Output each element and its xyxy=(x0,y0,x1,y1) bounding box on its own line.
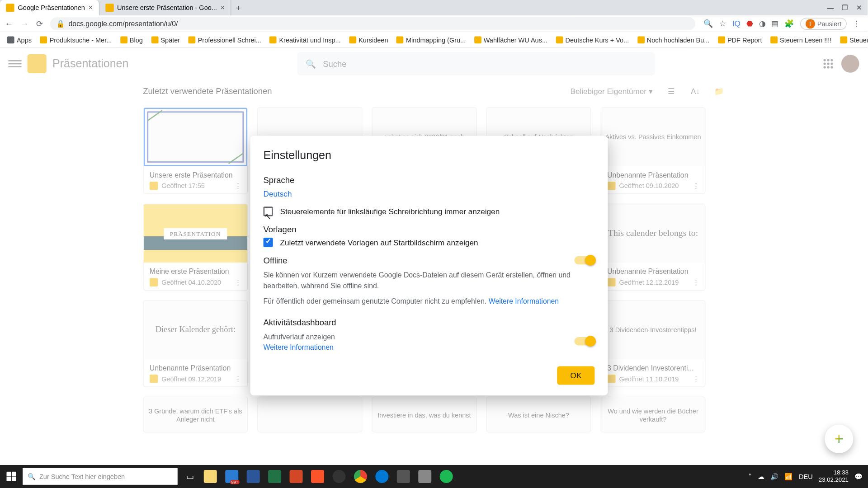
taskbar-app-generic[interactable] xyxy=(393,468,414,486)
extensions-icon[interactable]: 🧩 xyxy=(784,19,794,28)
tray-chevron-icon[interactable]: ˄ xyxy=(748,473,752,480)
apps-icon xyxy=(7,36,14,43)
avatar-icon: T xyxy=(805,19,815,28)
language-link[interactable]: Deutsch xyxy=(264,189,292,198)
pause-label: Pausiert xyxy=(817,20,841,27)
folder-icon xyxy=(189,36,196,43)
extension-icon[interactable]: ◑ xyxy=(759,19,765,28)
bookmark-item[interactable]: Deutsche Kurs + Vo... xyxy=(552,36,633,43)
folder-icon xyxy=(349,36,356,43)
folder-icon xyxy=(120,36,127,43)
folder-icon xyxy=(151,36,158,43)
tab-title: Google Präsentationen xyxy=(18,4,85,11)
folder-icon xyxy=(40,36,47,43)
search-icon: 🔍 xyxy=(28,473,36,480)
bookmark-item[interactable]: Mindmapping (Gru... xyxy=(393,36,469,43)
taskbar-app-generic[interactable] xyxy=(415,468,435,486)
dashboard-section-label: Aktivitätsdashboard xyxy=(264,317,595,327)
offline-toggle[interactable] xyxy=(575,256,595,264)
close-icon[interactable]: × xyxy=(221,4,225,12)
bookmark-item[interactable]: Wahlfächer WU Aus... xyxy=(471,36,551,43)
star-icon[interactable]: ☆ xyxy=(719,19,726,28)
dialog-title: Einstellungen xyxy=(264,149,595,162)
back-icon[interactable]: ← xyxy=(4,19,14,28)
url-input[interactable]: 🔒 docs.google.com/presentation/u/0/ xyxy=(50,17,695,30)
tray-language[interactable]: DEU xyxy=(799,473,813,480)
favicon-icon xyxy=(105,4,113,12)
ok-button[interactable]: OK xyxy=(557,366,595,385)
profile-chip[interactable]: T Pausiert xyxy=(800,18,847,29)
taskbar-app-word[interactable] xyxy=(243,468,264,486)
tray-volume-icon[interactable]: 🔊 xyxy=(770,473,778,480)
tray-notifications-icon[interactable]: 💬 xyxy=(854,473,863,480)
language-section-label: Sprache xyxy=(264,175,595,184)
dashboard-toggle[interactable] xyxy=(575,337,595,345)
offline-section-label: Offline xyxy=(264,255,288,265)
forward-icon[interactable]: → xyxy=(19,19,30,28)
bookmark-item[interactable]: Steuern Lesen !!!! xyxy=(767,36,835,43)
browser-address-bar: ← → ⟳ 🔒 docs.google.com/presentation/u/0… xyxy=(0,15,868,32)
url-text: docs.google.com/presentation/u/0/ xyxy=(69,19,178,28)
folder-icon xyxy=(269,36,277,43)
settings-dialog: Einstellungen Sprache Deutsch Steuerelem… xyxy=(250,136,608,396)
templates-checkbox-label: Zuletzt verwendete Vorlagen auf Startbil… xyxy=(280,238,478,247)
folder-icon xyxy=(718,36,725,43)
maximize-icon[interactable]: ❐ xyxy=(842,4,848,12)
new-tab-button[interactable]: + xyxy=(231,0,246,15)
window-controls: — ❐ ✕ xyxy=(821,4,868,12)
lock-icon: 🔒 xyxy=(56,19,65,28)
more-info-link[interactable]: Weitere Informationen xyxy=(489,297,559,305)
taskbar-app-obs[interactable] xyxy=(329,468,349,486)
offline-description: Sie können vor Kurzem verwendete Google … xyxy=(264,270,595,291)
bookmark-item[interactable]: Noch hochladen Bu... xyxy=(634,36,713,43)
browser-tab[interactable]: Unsere erste Präsentation - Goo... × xyxy=(99,0,231,15)
new-presentation-fab[interactable]: + xyxy=(825,425,853,453)
taskbar-app-powerpoint[interactable] xyxy=(286,468,307,486)
taskbar-search-input[interactable]: 🔍 Zur Suche Text hier eingeben xyxy=(23,468,178,485)
browser-tab-bar: Google Präsentationen × Unsere erste Prä… xyxy=(0,0,868,15)
zoom-icon[interactable]: 🔍 xyxy=(703,19,713,28)
menu-icon[interactable]: ⋮ xyxy=(853,19,860,28)
folder-icon xyxy=(637,36,645,43)
bookmark-item[interactable]: Kursideen xyxy=(345,36,392,43)
bookmark-item[interactable]: Professionell Schrei... xyxy=(185,36,265,43)
taskbar-app-mail[interactable]: 99+ xyxy=(222,468,242,486)
tray-clock[interactable]: 18:33 23.02.2021 xyxy=(819,469,849,484)
folder-icon xyxy=(396,36,404,43)
extension-icon[interactable]: ⬣ xyxy=(746,19,753,28)
plus-icon: + xyxy=(835,430,844,448)
templates-checkbox[interactable] xyxy=(264,238,273,247)
bookmarks-bar: Apps Produktsuche - Mer... Blog Später P… xyxy=(0,32,868,47)
taskbar-app-edge[interactable] xyxy=(372,468,392,486)
bookmark-item[interactable]: Kreativität und Insp... xyxy=(266,36,344,43)
extension-icon[interactable]: IQ xyxy=(732,19,741,28)
folder-icon xyxy=(840,36,847,43)
templates-section-label: Vorlagen xyxy=(264,225,595,234)
bookmark-item[interactable]: Produktsuche - Mer... xyxy=(37,36,116,43)
start-button[interactable] xyxy=(0,465,23,488)
taskbar-app-explorer[interactable] xyxy=(200,468,221,486)
more-info-link[interactable]: Weitere Informationen xyxy=(264,343,334,351)
close-window-icon[interactable]: ✕ xyxy=(856,4,862,12)
bookmark-item[interactable]: Blog xyxy=(117,36,146,43)
task-view-icon[interactable]: ▭ xyxy=(181,468,199,486)
extension-icon[interactable]: ▤ xyxy=(771,19,778,28)
taskbar-app-spotify[interactable] xyxy=(436,468,457,486)
tray-onedrive-icon[interactable]: ☁ xyxy=(758,473,764,480)
bookmark-item[interactable]: PDF Report xyxy=(714,36,765,43)
tray-network-icon[interactable]: 📶 xyxy=(784,473,793,480)
taskbar-app-brave[interactable] xyxy=(307,468,328,486)
browser-tab-active[interactable]: Google Präsentationen × xyxy=(0,0,99,15)
windows-taskbar: 🔍 Zur Suche Text hier eingeben ▭ 99+ ˄ ☁… xyxy=(0,465,868,488)
folder-icon xyxy=(474,36,481,43)
close-icon[interactable]: × xyxy=(89,4,93,12)
taskbar-app-chrome[interactable] xyxy=(350,468,371,486)
bookmark-item[interactable]: Steuern Videos wic... xyxy=(836,36,868,43)
taskbar-app-excel[interactable] xyxy=(264,468,285,486)
rtl-checkbox[interactable] xyxy=(264,206,273,216)
bookmark-item[interactable]: Später xyxy=(147,36,184,43)
rtl-checkbox-label: Steuerelemente für linksläufige Schreibr… xyxy=(280,207,500,216)
reload-icon[interactable]: ⟳ xyxy=(34,19,45,28)
minimize-icon[interactable]: — xyxy=(827,4,833,12)
bookmark-apps[interactable]: Apps xyxy=(4,36,35,43)
